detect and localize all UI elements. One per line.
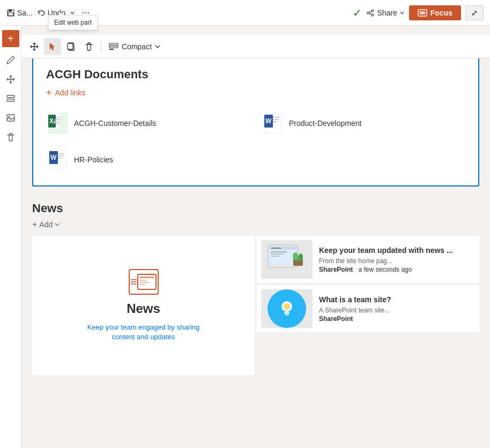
svg-rect-11 [7,99,14,101]
svg-point-5 [367,12,369,14]
news-item[interactable]: Keep your team updated with news ... Fro… [257,236,479,283]
news-source-name-2: SharePoint [319,315,353,323]
svg-rect-1 [9,10,12,12]
svg-rect-41 [58,155,64,156]
svg-rect-52 [271,251,287,252]
svg-rect-27 [56,121,60,122]
news-item-meta-2: SharePoint [319,315,475,323]
svg-rect-40 [58,153,64,154]
sidebar-image-icon[interactable] [2,109,19,126]
svg-point-63 [284,303,290,310]
svg-rect-15 [68,43,73,49]
share-label: Share [377,9,397,17]
move-tool-button[interactable] [26,38,43,55]
news-item[interactable]: What is a team site? A SharePoint team s… [257,285,479,332]
tablet-illustration [265,242,308,277]
add-section-button[interactable]: + [2,30,19,47]
save-button[interactable]: Sa... [6,9,33,17]
doc-name: ACGH-Customer-Details [74,119,156,128]
svg-rect-42 [58,158,62,159]
news-promo-desc: Keep your team engaged by sharingcontent… [87,323,200,342]
compact-view-button[interactable]: Compact [105,40,165,53]
share-icon [366,9,375,17]
svg-rect-46 [139,282,149,283]
svg-rect-2 [8,13,13,16]
delete-tool-button[interactable] [80,38,98,55]
svg-line-6 [369,11,372,12]
doc-name: Product-Development [289,119,361,128]
news-section: News + Add News [32,201,479,375]
news-right-column: Keep your team updated with news ... Fro… [257,236,479,375]
svg-rect-28 [56,123,60,124]
svg-rect-45 [139,280,147,281]
news-item-source-2: A SharePoint team site... [319,307,475,314]
news-item-source: From the site home pag... [319,257,475,265]
news-source-name: SharePoint [319,266,353,273]
copy-icon [66,42,76,51]
svg-rect-51 [271,248,281,249]
svg-point-58 [299,253,303,260]
news-promo-title: News [127,301,160,316]
sidebar-edit-icon[interactable] [2,51,19,69]
save-icon [6,9,15,17]
lightbulb-icon [276,298,298,319]
documents-section: ACGH Documents + Add links Xa [32,56,479,186]
focus-label: Focus [430,9,452,17]
share-chevron-icon [399,10,405,16]
compact-icon [109,43,118,50]
svg-rect-35 [273,121,277,122]
svg-rect-10 [7,95,14,98]
focus-button[interactable]: Focus [409,5,461,20]
svg-rect-44 [139,277,154,278]
word-icon: W [263,113,283,134]
compact-label: Compact [122,42,152,51]
bulb-illustration [268,289,306,328]
news-promo-card: News Keep your team engaged by sharingco… [32,236,255,375]
sidebar-delete-icon[interactable] [2,129,19,146]
tooltip-text: Edit web part [54,19,92,26]
doc-name: HR-Policies [74,155,113,164]
svg-rect-61 [285,313,289,315]
chevron-down-icon [70,10,75,16]
sidebar-layers-icon[interactable] [2,90,19,107]
news-add-button[interactable]: + Add [32,220,479,229]
news-title: News [32,201,479,215]
select-tool-button[interactable] [44,38,61,55]
copy-tool-button[interactable] [62,38,79,55]
toolbar-divider [101,41,101,52]
trash-icon [84,42,94,51]
share-button[interactable]: Share [366,9,404,17]
excel-icon: Xa [48,113,68,134]
news-grid: News Keep your team engaged by sharingco… [32,236,479,375]
add-links-label: Add links [55,88,86,97]
svg-rect-25 [56,117,60,118]
news-item-title-2: What is a team site? [319,295,475,304]
svg-rect-17 [109,46,118,48]
doc-item[interactable]: W Product-Development [261,108,465,138]
svg-rect-62 [285,315,288,316]
sidebar-move-icon[interactable] [2,71,19,88]
svg-rect-60 [284,312,289,313]
add-links-button[interactable]: + Add links [46,88,465,98]
exit-focus-icon: ⤢ [471,9,478,17]
svg-rect-53 [271,253,284,255]
checkmark-button[interactable]: ✓ [353,6,362,19]
move-icon [29,42,39,51]
exit-focus-button[interactable]: ⤢ [465,5,484,20]
svg-line-7 [369,13,372,14]
news-thumbnail-1 [261,240,313,279]
svg-rect-47 [139,284,145,285]
news-item-time: a few seconds ago [358,266,412,273]
undo-icon [37,9,46,17]
add-plus-icon: + [32,220,37,229]
svg-rect-33 [273,117,279,118]
svg-text:W: W [50,154,57,161]
svg-rect-9 [420,11,425,14]
webpart-toolbar: Compact [21,35,490,58]
doc-item[interactable]: Xa ACGH-Customer-Details [46,108,250,138]
doc-item[interactable]: W HR-Policies [46,145,250,175]
undo-dropdown[interactable] [70,10,75,16]
news-item-info-2: What is a team site? A SharePoint team s… [319,295,475,323]
focus-icon [418,9,427,17]
svg-point-4 [372,14,374,16]
